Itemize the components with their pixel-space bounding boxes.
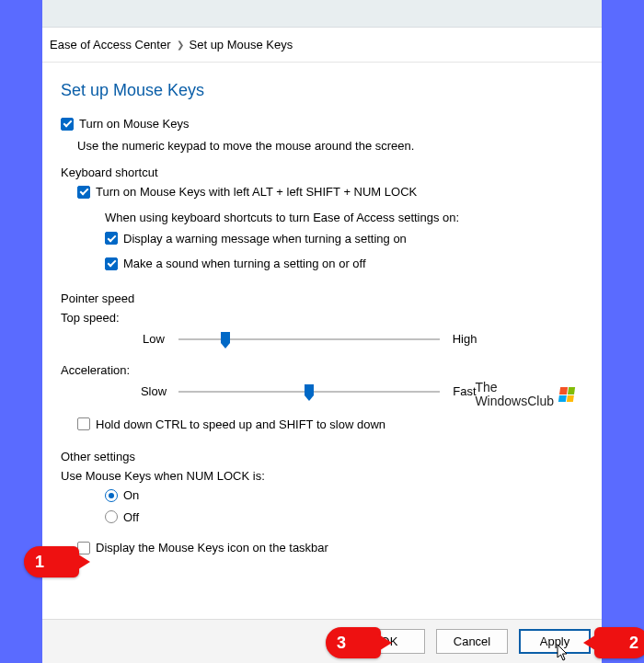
ease-of-access-mouse-keys-window: Ease of Access Center ❯ Set up Mouse Key… (42, 0, 602, 663)
acceleration-slider[interactable] (178, 383, 440, 401)
watermark-text: The WindowsClub (475, 381, 554, 409)
pointer-speed-section: Pointer speed (61, 291, 583, 305)
ctrl-shift-checkbox[interactable] (77, 417, 90, 430)
turn-on-help-text: Use the numeric keypad to move the mouse… (77, 137, 583, 155)
breadcrumb: Ease of Access Center ❯ Set up Mouse Key… (42, 28, 602, 63)
numlock-on-label: On (123, 486, 139, 505)
warning-row[interactable]: Display a warning message when turning a… (105, 230, 583, 248)
top-speed-slider-row: Low High (134, 330, 484, 349)
shortcut-enable-label: Turn on Mouse Keys with left ALT + left … (96, 183, 417, 201)
taskbar-icon-label: Display the Mouse Keys icon on the taskb… (96, 539, 328, 557)
sound-checkbox[interactable] (105, 257, 118, 270)
acceleration-slider-row: Slow Fast (134, 383, 484, 401)
sound-row[interactable]: Make a sound when turning a setting on o… (105, 255, 583, 273)
windows-logo-icon (558, 387, 575, 402)
top-speed-label: Top speed: (61, 311, 583, 325)
button-bar: OK Cancel Apply (42, 619, 602, 663)
slider-thumb[interactable] (219, 332, 232, 349)
annotation-callout-2: 2 (594, 627, 644, 658)
ctrl-shift-label: Hold down CTRL to speed up and SHIFT to … (96, 416, 385, 434)
numlock-off-label: Off (123, 509, 139, 527)
apply-button[interactable]: Apply (519, 629, 591, 654)
content-area: Set up Mouse Keys Turn on Mouse Keys Use… (42, 63, 602, 619)
window-header-spacer (42, 0, 602, 28)
sound-label: Make a sound when turning a setting on o… (123, 255, 366, 273)
acceleration-slow: Slow (134, 384, 173, 398)
chevron-right-icon: ❯ (177, 40, 184, 50)
top-speed-low: Low (134, 332, 173, 346)
numlock-off-radio[interactable] (105, 510, 118, 523)
numlock-off-row[interactable]: Off (105, 509, 583, 527)
warning-label: Display a warning message when turning a… (123, 230, 407, 248)
taskbar-icon-row[interactable]: Display the Mouse Keys icon on the taskb… (77, 539, 583, 557)
numlock-on-radio[interactable] (105, 489, 118, 502)
page-title: Set up Mouse Keys (61, 81, 583, 100)
slider-track (178, 391, 440, 393)
breadcrumb-parent[interactable]: Ease of Access Center (50, 38, 171, 51)
keyboard-shortcut-section: Keyboard shortcut (61, 166, 583, 179)
watermark: The WindowsClub (475, 381, 574, 409)
numlock-on-row[interactable]: On (105, 486, 583, 505)
shortcut-enable-checkbox[interactable] (77, 186, 90, 199)
slider-thumb[interactable] (303, 384, 316, 401)
cancel-button[interactable]: Cancel (436, 629, 508, 654)
top-speed-slider[interactable] (178, 330, 440, 349)
when-using-label: When using keyboard shortcuts to turn Ea… (105, 211, 583, 224)
breadcrumb-current: Set up Mouse Keys (190, 38, 293, 51)
acceleration-label: Acceleration: (61, 363, 583, 377)
annotation-callout-1: 1 (24, 546, 79, 577)
turn-on-mouse-keys-checkbox[interactable] (61, 118, 74, 131)
slider-track (178, 338, 440, 340)
ctrl-shift-row[interactable]: Hold down CTRL to speed up and SHIFT to … (77, 416, 583, 434)
numlock-label: Use Mouse Keys when NUM LOCK is: (61, 469, 583, 483)
warning-checkbox[interactable] (105, 232, 118, 245)
annotation-callout-3: 3 (326, 627, 381, 658)
turn-on-mouse-keys-label: Turn on Mouse Keys (79, 115, 189, 133)
top-speed-high: High (445, 332, 484, 346)
turn-on-mouse-keys-row[interactable]: Turn on Mouse Keys (61, 115, 583, 133)
shortcut-enable-row[interactable]: Turn on Mouse Keys with left ALT + left … (77, 183, 583, 201)
watermark-line1: The (475, 381, 554, 394)
other-settings-section: Other settings (61, 450, 583, 463)
watermark-line2: WindowsClub (475, 394, 554, 408)
